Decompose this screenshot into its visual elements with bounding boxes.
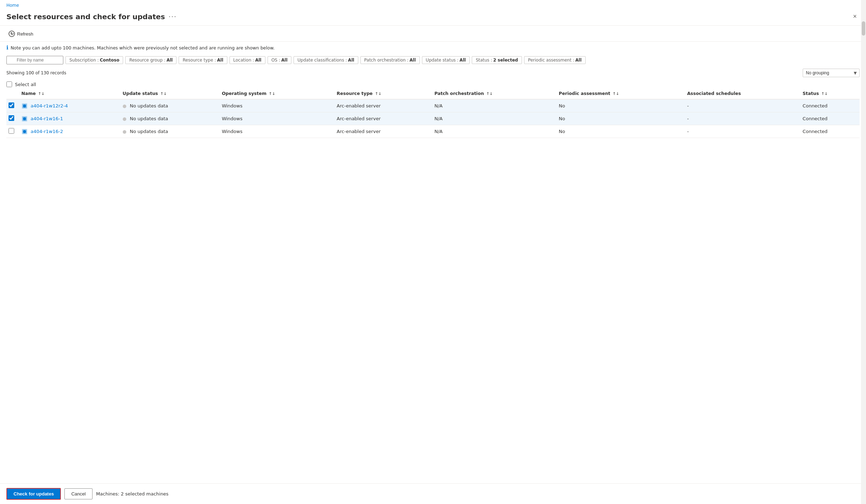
- select-all-row: Select all: [0, 79, 866, 88]
- filter-chip[interactable]: OS : All: [268, 56, 291, 64]
- grouping-select[interactable]: No groupingResource groupOSLocation: [803, 69, 860, 77]
- chip-value: All: [410, 58, 416, 63]
- check-updates-button[interactable]: Check for updates: [6, 488, 61, 500]
- update-status-dot: [123, 105, 126, 108]
- col-name[interactable]: Name ↑↓: [19, 88, 121, 99]
- chip-key: Update classifications :: [297, 58, 347, 63]
- col-resource-type-label: Resource type: [337, 91, 373, 96]
- scrollbar-thumb: [862, 21, 865, 36]
- col-os[interactable]: Operating system ↑↓: [220, 88, 334, 99]
- filter-chip[interactable]: Resource group : All: [125, 56, 176, 64]
- row-name-cell: a404-r1w12r2-4: [19, 99, 121, 112]
- refresh-icon: ↻: [9, 31, 15, 37]
- footer-machines-info: Machines: 2 selected machines: [96, 491, 169, 497]
- home-link[interactable]: Home: [6, 3, 19, 8]
- filter-chip[interactable]: Status : 2 selected: [472, 56, 522, 64]
- col-resource-type[interactable]: Resource type ↑↓: [334, 88, 432, 99]
- row-name-cell: a404-r1w16-2: [19, 125, 121, 138]
- col-checkbox: [6, 88, 19, 99]
- update-status-text: No updates data: [130, 116, 168, 121]
- scrollbar-track: [861, 0, 866, 504]
- resource-name-link[interactable]: a404-r1w16-2: [31, 129, 63, 134]
- name-sort-icon: ↑↓: [38, 91, 44, 96]
- resource-type-sort-icon: ↑↓: [375, 91, 381, 96]
- col-status[interactable]: Status ↑↓: [801, 88, 860, 99]
- footer: Check for updates Cancel Machines: 2 sel…: [0, 483, 866, 504]
- row-resource-type-cell: Arc-enabled server: [334, 125, 432, 138]
- filter-chip[interactable]: Update classifications : All: [294, 56, 358, 64]
- col-patch-orchestration-label: Patch orchestration: [434, 91, 484, 96]
- filter-chip[interactable]: Subscription : Contoso: [65, 56, 123, 64]
- chip-key: Patch orchestration :: [364, 58, 408, 63]
- row-checkbox[interactable]: [9, 128, 14, 134]
- chip-value: All: [217, 58, 223, 63]
- row-patch-orchestration-cell: N/A: [432, 112, 557, 125]
- refresh-label: Refresh: [17, 31, 33, 37]
- resource-name-link[interactable]: a404-r1w12r2-4: [31, 103, 68, 108]
- filter-chip[interactable]: Periodic assessment : All: [524, 56, 586, 64]
- update-status-sort-icon: ↑↓: [160, 91, 167, 96]
- chip-key: Status :: [476, 58, 492, 63]
- filter-chip[interactable]: Patch orchestration : All: [360, 56, 420, 64]
- search-input[interactable]: [6, 56, 63, 64]
- row-status-cell: Connected: [801, 99, 860, 112]
- info-bar: ℹ Note you can add upto 100 machines. Ma…: [0, 42, 866, 54]
- dialog-close-button[interactable]: ×: [850, 11, 860, 22]
- chip-value: All: [167, 58, 173, 63]
- filter-chip[interactable]: Location : All: [229, 56, 265, 64]
- search-wrapper: 🔍: [6, 56, 63, 64]
- svg-point-8: [23, 130, 26, 133]
- chip-key: OS :: [271, 58, 280, 63]
- row-os-cell: Windows: [220, 99, 334, 112]
- table-container: Name ↑↓ Update status ↑↓ Operating syste…: [0, 88, 866, 483]
- breadcrumb: Home: [0, 0, 866, 9]
- select-all-label[interactable]: Select all: [15, 82, 36, 87]
- col-associated-schedules: Associated schedules: [685, 88, 801, 99]
- chip-key: Resource type :: [183, 58, 216, 63]
- col-periodic-assessment-label: Periodic assessment: [559, 91, 611, 96]
- chip-value: Contoso: [100, 58, 119, 63]
- resource-name-link[interactable]: a404-r1w16-1: [31, 116, 63, 121]
- chip-key: Resource group :: [129, 58, 165, 63]
- row-checkbox-cell: [6, 99, 19, 112]
- status-sort-icon: ↑↓: [821, 91, 828, 96]
- col-status-label: Status: [803, 91, 819, 96]
- filters-row: 🔍 Subscription : ContosoResource group :…: [0, 54, 866, 67]
- filter-chip[interactable]: Update status : All: [422, 56, 470, 64]
- refresh-button[interactable]: ↻ Refresh: [6, 29, 36, 38]
- chip-value: All: [281, 58, 288, 63]
- col-update-status[interactable]: Update status ↑↓: [121, 88, 220, 99]
- resource-icon: [21, 103, 28, 109]
- dialog-header: Select resources and check for updates ·…: [0, 9, 866, 26]
- dialog-title-row: Select resources and check for updates ·…: [6, 12, 177, 21]
- chip-value: 2 selected: [493, 58, 518, 63]
- info-icon: ℹ: [6, 44, 9, 51]
- col-periodic-assessment[interactable]: Periodic assessment ↑↓: [557, 88, 685, 99]
- row-associated-schedules-cell: -: [685, 99, 801, 112]
- chip-key: Subscription :: [69, 58, 99, 63]
- row-checkbox[interactable]: [9, 102, 14, 108]
- filter-chip[interactable]: Resource type : All: [179, 56, 227, 64]
- periodic-sort-icon: ↑↓: [613, 91, 619, 96]
- select-all-checkbox[interactable]: [6, 81, 12, 87]
- col-patch-orchestration[interactable]: Patch orchestration ↑↓: [432, 88, 557, 99]
- dialog-options-icon[interactable]: ···: [169, 13, 177, 20]
- row-checkbox[interactable]: [9, 115, 14, 121]
- row-associated-schedules-cell: -: [685, 125, 801, 138]
- row-status-cell: Connected: [801, 112, 860, 125]
- chip-value: All: [255, 58, 262, 63]
- row-patch-orchestration-cell: N/A: [432, 125, 557, 138]
- chips-container: Subscription : ContosoResource group : A…: [65, 56, 586, 64]
- toolbar-row: ↻ Refresh: [0, 26, 866, 42]
- update-status-text: No updates data: [130, 103, 168, 108]
- row-associated-schedules-cell: -: [685, 112, 801, 125]
- select-resources-dialog: Home Select resources and check for upda…: [0, 0, 866, 504]
- chip-key: Update status :: [426, 58, 459, 63]
- row-os-cell: Windows: [220, 125, 334, 138]
- resource-icon: [21, 116, 28, 122]
- svg-point-2: [23, 105, 26, 107]
- row-update-status-cell: No updates data: [121, 112, 220, 125]
- row-checkbox-cell: [6, 125, 19, 138]
- cancel-button[interactable]: Cancel: [64, 488, 92, 499]
- records-row: Showing 100 of 130 records No groupingRe…: [0, 67, 866, 79]
